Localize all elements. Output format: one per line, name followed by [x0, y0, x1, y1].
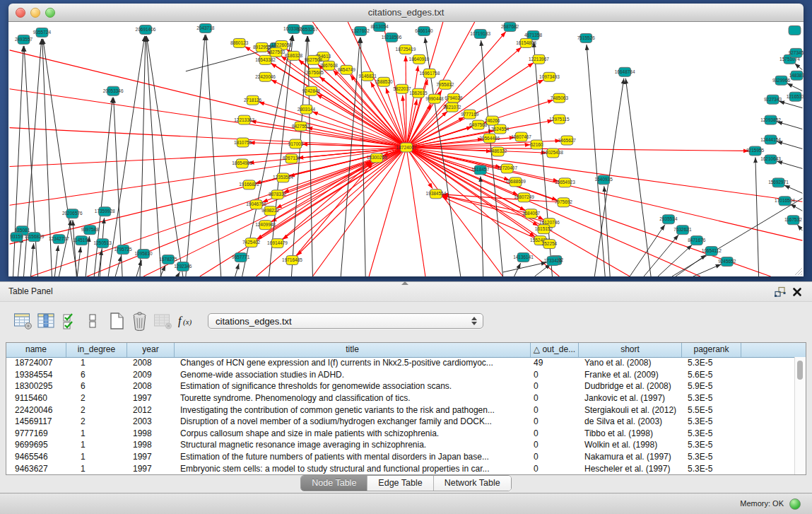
graph-node[interactable]: 8267130 [283, 154, 301, 163]
graph-node[interactable]: 7485063 [551, 93, 569, 103]
graph-node[interactable]: 12975115 [549, 115, 570, 124]
graph-node[interactable]: 10653267 [298, 25, 318, 34]
graph-node[interactable]: 927345 [789, 48, 804, 57]
graph-node[interactable]: 7632621 [673, 226, 692, 235]
graph-node[interactable]: 16648784 [615, 67, 635, 76]
graph-node[interactable]: 22420046 [255, 72, 276, 81]
graph-node[interactable]: 917003 [288, 139, 304, 148]
graph-node[interactable]: 1250513 [94, 239, 112, 248]
graph-node[interactable]: 6497568 [469, 120, 488, 129]
graph-node[interactable]: 18640910 [409, 54, 430, 64]
graph-node[interactable]: 1795725 [114, 245, 133, 255]
graph-node[interactable]: 8860123 [230, 38, 249, 47]
graph-node[interactable]: 9245652 [718, 257, 736, 267]
graph-node[interactable]: 252254 [542, 240, 558, 249]
graph-node[interactable]: 1465627 [558, 136, 577, 145]
graph-node[interactable]: 19716485 [282, 256, 302, 265]
graph-node[interactable]: 9146821 [359, 71, 377, 81]
graph-node[interactable]: 16543382 [255, 55, 276, 64]
graph-node[interactable]: 16154808 [516, 38, 536, 47]
graph-node[interactable]: 9355724 [33, 28, 52, 37]
graph-node[interactable]: 9227343 [764, 95, 782, 104]
table-row[interactable]: 946554611997Estimation of the future num… [6, 451, 795, 463]
graph-node[interactable]: 1167532 [784, 216, 802, 225]
graph-node[interactable]: 16961758 [420, 69, 440, 78]
graph-node[interactable]: 19218596 [382, 33, 402, 42]
graph-node[interactable]: 8454749 [338, 65, 356, 74]
graph-node[interactable]: 19166822 [239, 180, 259, 189]
graph-node[interactable]: 10654112 [702, 247, 722, 256]
table-row[interactable]: 1872400712008Changes of HCN gene express… [6, 357, 795, 369]
graph-node[interactable]: 2867608 [320, 61, 339, 70]
graph-node[interactable]: 6466140 [415, 26, 433, 35]
graph-node[interactable]: 9657771 [232, 253, 250, 262]
column-header-in_degree[interactable]: in_degree [66, 343, 127, 357]
graph-node[interactable]: 1810755 [234, 138, 252, 147]
table-row[interactable]: 1830029562008Estimation of significance … [6, 380, 795, 392]
graph-node[interactable]: 18807249 [514, 193, 534, 202]
graph-node[interactable]: 10025438 [543, 148, 563, 158]
graph-node[interactable]: 148387 [789, 71, 804, 80]
graph-node[interactable]: 16210643 [760, 155, 781, 164]
resize-grip-icon[interactable] [794, 267, 802, 275]
column-header-year[interactable]: year [127, 343, 175, 357]
graph-node[interactable]: 12093852 [760, 115, 781, 124]
graph-node[interactable]: 7955812 [436, 80, 454, 89]
delete-columns-icon[interactable] [129, 310, 151, 332]
graph-node[interactable]: 16914479 [267, 239, 288, 248]
column-header-out_degree[interactable]: △ out_de... [531, 343, 579, 357]
graph-node[interactable]: 18725419 [396, 45, 416, 54]
graph-node[interactable]: 62160 [530, 140, 543, 149]
network-canvas-svg[interactable]: 2493557935572420691406204371816033809106… [8, 22, 804, 276]
show-columns-icon[interactable] [35, 310, 57, 332]
zoom-button[interactable] [45, 8, 55, 18]
table-row[interactable]: 2242004622012Investigating the contribut… [6, 404, 795, 416]
vertical-scrollbar[interactable] [794, 357, 806, 474]
column-header-pagerank[interactable]: pagerank [682, 343, 741, 357]
graph-node[interactable]: 18654985 [232, 159, 252, 168]
graph-node[interactable]: 12213363 [234, 115, 254, 124]
table-mode-icon[interactable] [12, 310, 34, 332]
graph-node[interactable]: 1362615 [409, 88, 428, 98]
graph-node[interactable]: 5822037 [393, 84, 411, 93]
graph-node[interactable]: 1678275 [159, 255, 177, 264]
graph-node[interactable]: 8813054 [371, 22, 389, 31]
graph-node[interactable]: 9397588 [81, 226, 100, 235]
graph-node[interactable]: 12353584 [273, 173, 293, 182]
graph-node[interactable]: 2718126 [244, 95, 262, 105]
graph-node[interactable]: 2493557 [15, 35, 33, 44]
graph-node[interactable]: 1327602 [352, 26, 370, 35]
graph-node[interactable]: 8878332 [269, 190, 287, 199]
graph-node[interactable]: 17359928 [95, 207, 115, 216]
graph-node[interactable]: 7486322 [489, 147, 507, 156]
graph-node[interactable]: 20564486 [479, 134, 500, 143]
graph-node[interactable]: 12444154 [760, 135, 781, 144]
graph-node[interactable]: 14136141 [513, 253, 534, 262]
graph-node[interactable]: 9777169 [461, 110, 479, 119]
network-view[interactable]: 2493557935572420691406204371816033809106… [8, 22, 804, 276]
graph-node[interactable]: 3624554 [491, 124, 510, 134]
close-button[interactable] [16, 8, 25, 18]
graph-node[interactable]: 2803144 [298, 105, 316, 114]
graph-node[interactable]: 8215955 [746, 146, 765, 156]
graph-node[interactable]: 2043718 [196, 23, 215, 33]
graph-node[interactable]: 8427552 [292, 122, 310, 131]
float-panel-icon[interactable] [774, 286, 787, 298]
graph-node[interactable]: 20691406 [136, 25, 156, 34]
unselect-all-icon[interactable] [82, 310, 104, 332]
graph-node[interactable]: 11156829 [25, 233, 45, 242]
close-panel-icon[interactable] [791, 286, 804, 298]
column-header-title[interactable]: title [175, 343, 531, 357]
new-column-icon[interactable] [105, 310, 127, 332]
graph-node[interactable]: 2935514 [659, 215, 678, 224]
graph-node[interactable]: 9498222 [261, 206, 280, 216]
table-selector-dropdown[interactable]: citations_edges.txt [208, 313, 483, 329]
select-all-icon[interactable] [59, 310, 81, 332]
split-pane-handle[interactable] [401, 281, 408, 285]
network-window-titlebar[interactable]: citations_edges.txt [8, 4, 804, 22]
graph-node[interactable]: 1615152 [535, 225, 553, 234]
table-row[interactable]: 911546021997Tourette syndrome. Phenomeno… [6, 392, 795, 404]
tab-node-table[interactable]: Node Table [301, 476, 367, 491]
graph-node[interactable]: 1640935 [595, 175, 613, 185]
column-header-name[interactable]: name [6, 343, 66, 357]
